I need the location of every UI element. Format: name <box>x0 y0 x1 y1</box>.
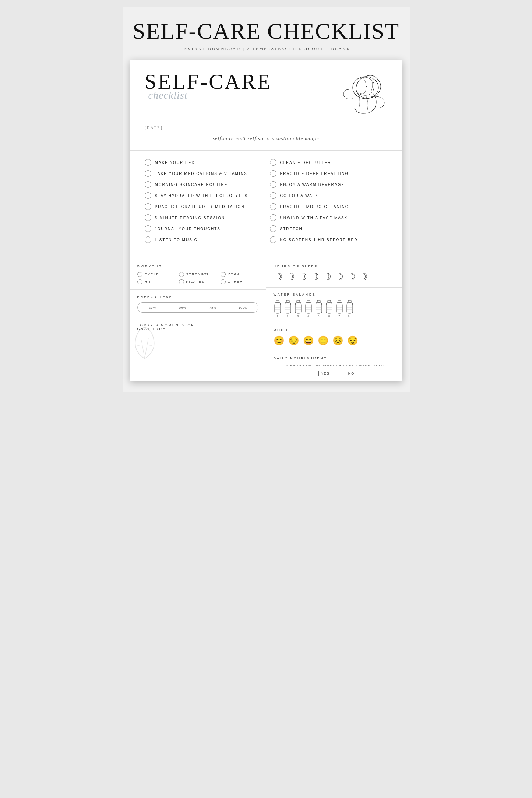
check-label: STRETCH <box>280 227 303 231</box>
energy-segment[interactable]: 100% <box>228 303 258 312</box>
workout-circle[interactable] <box>179 272 184 277</box>
water-cell: WATER BALANCE 1 2 <box>266 288 402 323</box>
check-circle[interactable] <box>270 236 276 243</box>
energy-segment[interactable]: 25% <box>138 303 168 312</box>
check-circle[interactable] <box>145 203 151 210</box>
bottle-item[interactable]: 5 <box>315 300 323 317</box>
check-circle[interactable] <box>145 181 151 188</box>
check-circle[interactable] <box>270 170 276 177</box>
check-circle[interactable] <box>145 236 151 243</box>
moon-icon: ☽ <box>286 272 295 282</box>
moon-icon: ☽ <box>310 272 319 282</box>
check-item-right[interactable]: GO FOR A WALK <box>270 191 388 200</box>
bottle-icon <box>315 300 323 314</box>
check-item-left[interactable]: PRACTICE GRATITUDE + MEDITATION <box>145 202 263 211</box>
check-circle[interactable] <box>270 159 276 166</box>
bottle-item[interactable]: 6 <box>325 300 333 317</box>
check-item-left[interactable]: MAKE YOUR BED <box>145 158 263 167</box>
mood-face-icon[interactable]: 😑 <box>318 335 329 346</box>
svg-rect-14 <box>317 300 320 302</box>
bottle-item[interactable]: 3 <box>294 300 302 317</box>
workout-option[interactable]: PILATES <box>179 279 217 284</box>
energy-segment[interactable]: 50% <box>168 303 198 312</box>
svg-rect-5 <box>286 300 289 302</box>
check-circle[interactable] <box>270 181 276 188</box>
workout-option[interactable]: OTHER <box>221 279 258 284</box>
checklist-left-col: MAKE YOUR BED TAKE YOUR MEDICATIONS & VI… <box>145 158 263 244</box>
check-item-right[interactable]: PRACTICE DEEP BREATHING <box>270 169 388 178</box>
check-item-left[interactable]: MORNING SKINCARE ROUTINE <box>145 180 263 189</box>
no-option[interactable]: NO <box>341 371 355 376</box>
card-body: MAKE YOUR BED TAKE YOUR MEDICATIONS & VI… <box>130 151 402 259</box>
check-circle[interactable] <box>145 159 151 166</box>
date-label: [DATE] <box>145 126 388 131</box>
bottle-icon <box>346 300 354 314</box>
gratitude-decoration-svg <box>130 326 159 362</box>
yes-option[interactable]: YES <box>314 371 330 376</box>
workout-option[interactable]: STRENGTH <box>179 272 217 277</box>
check-item-left[interactable]: JOURNAL YOUR THOUGHTS <box>145 224 263 233</box>
check-item-right[interactable]: NO SCREENS 1 HR BEFORE BED <box>270 235 388 244</box>
check-item-left[interactable]: LISTEN TO MUSIC <box>145 235 263 244</box>
check-circle[interactable] <box>145 170 151 177</box>
check-circle[interactable] <box>145 214 151 221</box>
workout-label: WORKOUT <box>137 264 258 268</box>
check-item-right[interactable]: UNWIND WITH A FACE MASK <box>270 213 388 222</box>
workout-option[interactable]: HIIT <box>137 279 175 284</box>
energy-label: ENERGY LEVEL <box>137 295 258 299</box>
workout-option[interactable]: YOGA <box>221 272 258 277</box>
check-item-left[interactable]: 5-MINUTE READING SESSION <box>145 213 263 222</box>
mood-cell: MOOD 😊😔😄😑😣😌 <box>266 323 402 351</box>
mood-face-icon[interactable]: 😌 <box>347 335 358 346</box>
check-item-right[interactable]: CLEAN + DECLUTTER <box>270 158 388 167</box>
workout-circle[interactable] <box>221 279 226 284</box>
bottle-item[interactable]: 7 <box>335 300 343 317</box>
svg-rect-2 <box>276 300 279 302</box>
check-item-right[interactable]: ENJOY A WARM BEVERAGE <box>270 180 388 189</box>
page-title: SELF-CARE CHECKLIST <box>130 18 402 43</box>
check-label: GO FOR A WALK <box>280 194 319 198</box>
moon-icon: ☽ <box>346 272 356 282</box>
bottle-icon <box>304 300 313 314</box>
svg-rect-23 <box>348 300 351 302</box>
svg-rect-20 <box>338 300 341 302</box>
check-circle[interactable] <box>145 192 151 199</box>
energy-segment[interactable]: 75% <box>198 303 228 312</box>
bottle-item[interactable]: 4 <box>304 300 313 317</box>
nourishment-cell: DAILY NOURISHMENT I'M PROUD OF THE FOOD … <box>266 351 402 381</box>
gratitude-cell: TODAY'S MOMENTS OFGRATITUDE <box>130 318 266 362</box>
check-circle[interactable] <box>270 192 276 199</box>
checklist-section: MAKE YOUR BED TAKE YOUR MEDICATIONS & VI… <box>145 158 388 244</box>
bottle-item[interactable]: 8+ <box>346 300 354 317</box>
workout-option-label: OTHER <box>228 280 243 284</box>
check-circle[interactable] <box>270 203 276 210</box>
workout-option[interactable]: CYCLE <box>137 272 175 277</box>
check-circle[interactable] <box>270 214 276 221</box>
yes-box[interactable] <box>314 371 319 376</box>
check-item-right[interactable]: PRACTICE MICRO-CLEANING <box>270 202 388 211</box>
svg-rect-11 <box>307 300 310 302</box>
workout-circle[interactable] <box>179 279 184 284</box>
check-circle[interactable] <box>145 225 151 232</box>
workout-circle[interactable] <box>137 272 142 277</box>
workout-circle[interactable] <box>137 279 142 284</box>
check-item-left[interactable]: STAY HYDRATED WITH ELECTROLYTES <box>145 191 263 200</box>
bottle-icon <box>274 300 282 314</box>
energy-cell: ENERGY LEVEL 25%50%75%100% <box>130 290 266 318</box>
bottle-icon <box>335 300 343 314</box>
mood-face-icon[interactable]: 😄 <box>303 335 314 346</box>
check-label: JOURNAL YOUR THOUGHTS <box>155 227 221 231</box>
mood-face-icon[interactable]: 😔 <box>288 335 299 346</box>
bottle-number: 6 <box>328 315 330 317</box>
check-item-left[interactable]: TAKE YOUR MEDICATIONS & VITAMINS <box>145 169 263 178</box>
bottle-item[interactable]: 2 <box>284 300 292 317</box>
bottle-item[interactable]: 1 <box>274 300 282 317</box>
check-item-right[interactable]: STRETCH <box>270 224 388 233</box>
mood-face-icon[interactable]: 😊 <box>274 335 285 346</box>
workout-circle[interactable] <box>221 272 226 277</box>
no-box[interactable] <box>341 371 346 376</box>
bottle-icon <box>284 300 292 314</box>
rose-decoration <box>336 71 388 119</box>
mood-face-icon[interactable]: 😣 <box>332 335 343 346</box>
check-circle[interactable] <box>270 225 276 232</box>
